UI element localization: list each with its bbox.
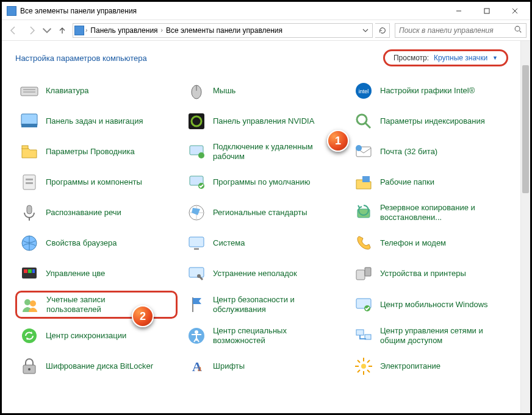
item-label: Шрифты (213, 361, 245, 371)
window-controls (445, 2, 529, 20)
svg-rect-35 (189, 237, 204, 247)
chevron-right-icon[interactable]: › (85, 27, 87, 34)
control-panel-grid: КлавиатураМышьintelНастройки графики Int… (15, 77, 519, 380)
control-panel-item[interactable]: Распознавание речи (15, 199, 178, 226)
network-icon (353, 325, 374, 346)
control-panel-item[interactable]: Центр специальных возможностей (182, 322, 345, 349)
forward-button[interactable] (24, 23, 40, 38)
chevron-right-icon[interactable]: › (161, 27, 163, 34)
control-panel-item[interactable]: Центр управления сетями и общим доступом (350, 322, 512, 349)
header-row: Настройка параметров компьютера Просмотр… (15, 49, 519, 66)
up-button[interactable] (54, 23, 70, 38)
power-icon (353, 356, 374, 377)
svg-rect-53 (356, 330, 364, 335)
navigation-bar: › Панель управления › Все элементы панел… (2, 20, 530, 41)
backup-icon (353, 202, 374, 223)
item-label: Подключение к удаленным рабочим (213, 142, 323, 162)
fonts-icon: Aa (186, 356, 207, 377)
address-bar[interactable]: › Панель управления › Все элементы панел… (73, 23, 373, 38)
control-panel-item[interactable]: Центр безопасности и обслуживания (182, 291, 345, 319)
region-icon (186, 202, 207, 223)
control-panel-icon (7, 6, 16, 16)
control-panel-item[interactable]: Почта (32 бита) (350, 138, 512, 165)
search-icon[interactable] (514, 25, 522, 35)
control-panel-item[interactable]: Центр синхронизации (15, 322, 178, 349)
item-label: Управление цве (46, 269, 105, 278)
svg-point-4 (515, 26, 520, 31)
minimize-button[interactable] (445, 2, 473, 20)
scrollbar[interactable] (520, 41, 530, 413)
defaults-icon (186, 172, 207, 193)
control-panel-item[interactable]: Программы и компоненты (15, 169, 178, 196)
svg-rect-29 (362, 176, 370, 182)
view-dropdown[interactable]: Просмотр: Крупные значки ▼ (383, 49, 508, 66)
svg-point-56 (28, 368, 31, 371)
color-icon (19, 263, 40, 284)
control-panel-item[interactable]: Устройства и принтеры (350, 260, 512, 287)
svg-point-46 (30, 300, 36, 307)
svg-rect-25 (26, 179, 33, 180)
svg-point-42 (197, 274, 201, 278)
control-panel-item[interactable]: AaШрифты (182, 353, 345, 380)
item-label: Программы по умолчанию (213, 177, 310, 187)
control-panel-item[interactable]: Шифрование диска BitLocker (15, 353, 178, 380)
control-panel-item[interactable]: Панель задач и навигация (15, 108, 178, 135)
control-panel-item[interactable]: Электропитание (350, 353, 512, 380)
system-icon (186, 233, 207, 254)
keyboard-icon (19, 80, 40, 101)
content-area: Настройка параметров компьютера Просмотр… (2, 41, 530, 413)
control-panel-item[interactable]: Параметры индексирования (350, 108, 512, 135)
breadcrumb-root[interactable]: Панель управления (88, 26, 159, 35)
item-label: Центр синхронизации (46, 331, 126, 341)
control-panel-item[interactable]: Устранение неполадок (182, 260, 345, 287)
svg-point-59 (361, 364, 366, 369)
search-box[interactable] (395, 23, 527, 38)
svg-rect-6 (21, 87, 38, 96)
back-button[interactable] (5, 23, 21, 38)
control-panel-item[interactable]: Мышь (182, 77, 345, 104)
control-panel-item[interactable]: Программы по умолчанию (182, 169, 345, 196)
item-label: Система (213, 238, 245, 248)
svg-rect-26 (26, 182, 33, 184)
workfolders-icon (353, 172, 374, 193)
control-panel-item[interactable]: Система (182, 230, 345, 257)
svg-line-66 (367, 360, 370, 363)
control-panel-item[interactable]: Резервное копирование и восстановлени... (350, 199, 512, 226)
control-panel-item[interactable]: Панель управления NVIDIA (182, 108, 345, 135)
svg-point-45 (24, 299, 31, 305)
control-panel-item[interactable]: Телефон и модем (350, 230, 512, 257)
control-panel-item[interactable]: Подключение к удаленным рабочим (182, 138, 345, 165)
intel-icon: intel (353, 80, 374, 101)
svg-line-67 (358, 370, 360, 372)
users-icon (20, 294, 40, 315)
control-panel-item[interactable]: intelНастройки графики Intel® (350, 77, 512, 104)
control-panel-item[interactable]: Клавиатура (15, 77, 178, 104)
search-input[interactable] (399, 26, 514, 35)
control-panel-item[interactable]: Центр мобильности Windows (350, 291, 512, 319)
control-panel-item[interactable]: Параметры Проводника (15, 138, 178, 165)
svg-rect-1 (484, 9, 489, 13)
item-label: Электропитание (380, 361, 440, 371)
recent-locations-button[interactable] (42, 23, 52, 38)
address-dropdown-button[interactable] (360, 24, 371, 37)
close-button[interactable] (501, 2, 529, 20)
taskbar-icon (19, 111, 40, 132)
breadcrumb-current[interactable]: Все элементы панели управления (164, 26, 284, 35)
item-label: Панель управления NVIDIA (213, 116, 314, 126)
control-panel-item[interactable]: Рабочие папки (350, 169, 512, 196)
index-icon (353, 111, 374, 132)
chevron-down-icon: ▼ (492, 55, 498, 61)
titlebar: Все элементы панели управления (2, 2, 530, 20)
refresh-button[interactable] (375, 23, 390, 38)
page-title: Настройка параметров компьютера (15, 54, 147, 63)
item-label: Центр мобильности Windows (380, 300, 488, 310)
control-panel-item[interactable]: Управление цве (15, 260, 178, 287)
view-label: Просмотр: (394, 54, 429, 62)
item-label: Распознавание речи (46, 208, 121, 218)
svg-rect-41 (189, 268, 204, 277)
control-panel-item[interactable]: Свойства браузера (15, 230, 178, 257)
maximize-button[interactable] (473, 2, 501, 20)
item-label: Устройства и принтеры (380, 269, 466, 278)
svg-rect-44 (365, 268, 371, 276)
control-panel-item[interactable]: Региональные стандарты (182, 199, 345, 226)
